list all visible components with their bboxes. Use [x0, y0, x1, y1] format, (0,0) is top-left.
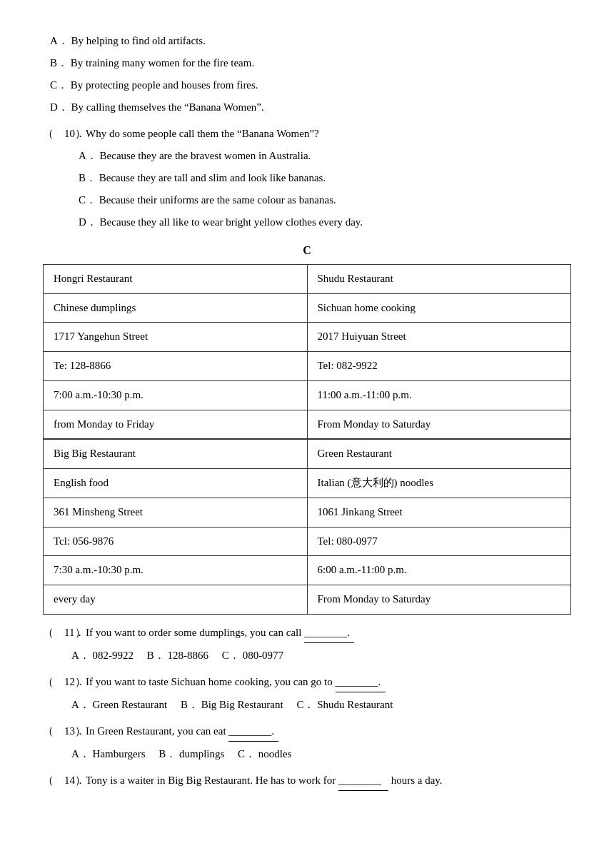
- q10-c-letter: C．: [79, 194, 96, 206]
- q10-options: A． Because they are the bravest women in…: [71, 146, 571, 232]
- option-b: B． By training many women for the fire t…: [43, 54, 571, 73]
- q14-blank: ________: [338, 771, 388, 791]
- q10-option-d: D． Because they all like to wear bright …: [71, 213, 571, 232]
- q12-blank: ________.: [336, 672, 386, 692]
- q13-options-line: A． Hamburgers B． dumplings C． noodles: [71, 745, 571, 764]
- q12-b-letter: B．: [181, 699, 198, 710]
- bigbig-hours: 7:30 a.m.-10:30 p.m.: [44, 556, 308, 585]
- row-food-top: Chinese dumplings Sichuan home cooking: [44, 293, 571, 323]
- q10-d-text: Because they all like to wear bright yel…: [100, 216, 363, 228]
- hongri-name: Hongri Restaurant: [44, 264, 308, 293]
- bigbig-address: 361 Minsheng Street: [44, 498, 308, 527]
- q10-text: Why do some people call them the “Banana…: [86, 124, 571, 143]
- option-a-text: By helping to find old artifacts.: [71, 35, 206, 46]
- row-hours-top: 7:00 a.m.-10:30 p.m. 11:00 a.m.-11:00 p.…: [44, 380, 571, 410]
- row-days-bottom: every day From Monday to Saturday: [44, 585, 571, 615]
- question-12: （ ） 12． If you want to taste Sichuan hom…: [43, 672, 571, 692]
- q14-text: Tony is a waiter in Big Big Restaurant. …: [86, 771, 571, 791]
- q14-num: 14．: [64, 771, 86, 790]
- q10-b-text: Because they are tall and slim and look …: [99, 172, 326, 183]
- q11-c-text: 080-0977: [243, 650, 284, 661]
- section-c-title: C: [43, 241, 571, 261]
- green-food: Italian (意大利的) noodles: [307, 469, 571, 498]
- bigbig-tel: Tcl: 056-9876: [44, 527, 308, 556]
- shudu-tel: Tel: 082-9922: [307, 352, 571, 381]
- hongri-address: 1717 Yangehun Street: [44, 323, 308, 352]
- q11-options-line: A． 082-9922 B． 128-8866 C． 080-0977: [71, 646, 571, 665]
- bigbig-name: Big Big Restaurant: [44, 439, 308, 468]
- q13-text: In Green Restaurant, you can eat _______…: [86, 722, 571, 742]
- hongri-food: Chinese dumplings: [44, 293, 308, 323]
- q13-num: 13．: [64, 722, 86, 741]
- q10-bracket: （ ）: [43, 124, 64, 143]
- q11-bracket: （ ）: [43, 623, 64, 642]
- shudu-food: Sichuan home cooking: [307, 293, 571, 323]
- q12-bracket: （ ）: [43, 672, 64, 692]
- hongri-days: from Monday to Friday: [44, 410, 308, 439]
- q10-a-text: Because they are the bravest women in Au…: [100, 150, 311, 161]
- q12-num: 12．: [64, 672, 86, 692]
- q11-text: If you want to order some dumplings, you…: [86, 623, 571, 643]
- option-b-letter: B．: [50, 57, 68, 69]
- q10-option-a: A． Because they are the bravest women in…: [71, 146, 571, 166]
- question-10: （ ） 10． Why do some people call them the…: [43, 124, 571, 143]
- q14-bracket: （ ）: [43, 771, 64, 790]
- bigbig-days: every day: [44, 585, 308, 615]
- q10-option-c: C． Because their uniforms are the same c…: [71, 191, 571, 210]
- q12-a-text: Green Restaurant: [93, 699, 168, 710]
- q12-text: If you want to taste Sichuan home cookin…: [86, 672, 571, 692]
- option-d: D． By calling themselves the “Banana Wom…: [43, 98, 571, 117]
- green-tel: Tel: 080-0977: [307, 527, 571, 556]
- row-food-bottom: English food Italian (意大利的) noodles: [44, 469, 571, 498]
- q11-num: 11．: [64, 623, 86, 642]
- q11-a-letter: A．: [71, 650, 90, 661]
- q12-b-text: Big Big Restaurant: [201, 699, 283, 710]
- shudu-hours: 11:00 a.m.-11:00 p.m.: [307, 380, 571, 410]
- restaurant-table: Hongri Restaurant Shudu Restaurant Chine…: [43, 264, 571, 615]
- q12-options-line: A． Green Restaurant B． Big Big Restauran…: [71, 695, 571, 715]
- q11-c-letter: C．: [222, 650, 240, 661]
- q11-b-letter: B．: [147, 650, 165, 661]
- option-c-letter: C．: [50, 79, 68, 91]
- hongri-tel: Te: 128-8866: [44, 352, 308, 381]
- q12-c-letter: C．: [296, 699, 314, 710]
- q10-c-text: Because their uniforms are the same colo…: [99, 194, 336, 206]
- q10-option-b: B． Because they are tall and slim and lo…: [71, 168, 571, 188]
- shudu-name: Shudu Restaurant: [307, 264, 571, 293]
- row-hours-bottom: 7:30 a.m.-10:30 p.m. 6:00 a.m.-11:00 p.m…: [44, 556, 571, 585]
- shudu-address: 2017 Huiyuan Street: [307, 323, 571, 352]
- option-b-text: By training many women for the fire team…: [71, 57, 254, 69]
- row-addr-bottom: 361 Minsheng Street 1061 Jinkang Street: [44, 498, 571, 527]
- q10-d-letter: D．: [79, 216, 97, 228]
- row-addr-top: 1717 Yangehun Street 2017 Huiyuan Street: [44, 323, 571, 352]
- shudu-days: From Monday to Saturday: [307, 410, 571, 439]
- option-a-letter: A．: [50, 35, 69, 46]
- q13-a-letter: A．: [71, 748, 90, 760]
- option-d-letter: D．: [50, 101, 69, 113]
- option-a: A． By helping to find old artifacts.: [43, 31, 571, 51]
- green-name: Green Restaurant: [307, 439, 571, 468]
- q10-b-letter: B．: [79, 172, 96, 183]
- q13-b-text: dumplings: [179, 748, 224, 760]
- hongri-hours: 7:00 a.m.-10:30 p.m.: [44, 380, 308, 410]
- question-11: （ ） 11． If you want to order some dumpli…: [43, 623, 571, 643]
- green-days: From Monday to Saturday: [307, 585, 571, 615]
- row-tel-bottom: Tcl: 056-9876 Tel: 080-0977: [44, 527, 571, 556]
- q11-b-text: 128-8866: [168, 650, 209, 661]
- q13-a-text: Hamburgers: [93, 748, 146, 760]
- top-options: A． By helping to find old artifacts. B． …: [43, 31, 571, 117]
- green-hours: 6:00 a.m.-11:00 p.m.: [307, 556, 571, 585]
- q12-c-text: Shudu Restaurant: [317, 699, 393, 710]
- q10-num: 10．: [64, 124, 86, 143]
- q13-bracket: （ ）: [43, 722, 64, 741]
- q11-blank: ________.: [304, 623, 354, 643]
- option-d-text: By calling themselves the “Banana Women”…: [71, 101, 264, 113]
- row-names-top: Hongri Restaurant Shudu Restaurant: [44, 264, 571, 293]
- row-tel-top: Te: 128-8866 Tel: 082-9922: [44, 352, 571, 381]
- q10-a-letter: A．: [79, 150, 97, 161]
- q13-c-text: noodles: [258, 748, 292, 760]
- bigbig-food: English food: [44, 469, 308, 498]
- row-names-bottom: Big Big Restaurant Green Restaurant: [44, 439, 571, 468]
- option-c: C． By protecting people and houses from …: [43, 76, 571, 95]
- q13-c-letter: C．: [238, 748, 256, 760]
